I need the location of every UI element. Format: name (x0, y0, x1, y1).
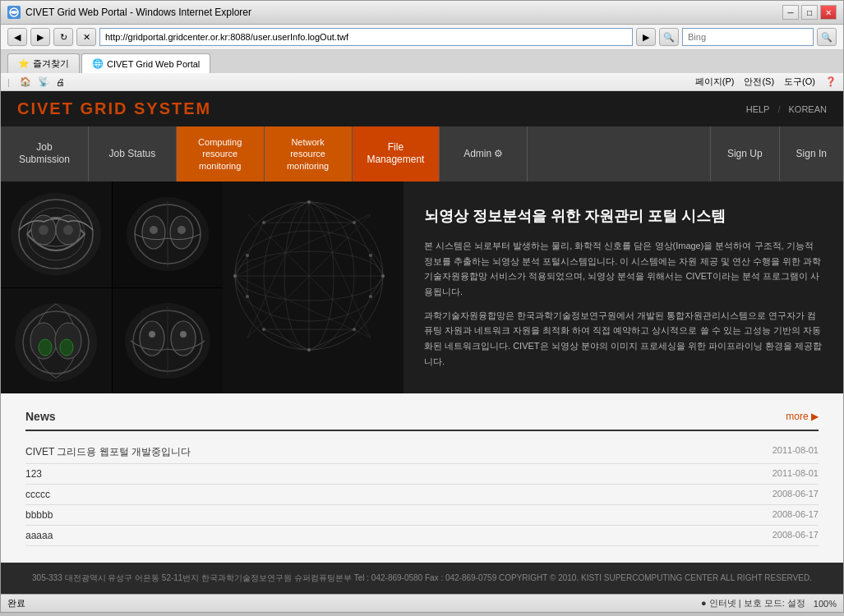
news-item-date: 2008-06-17 (773, 489, 819, 500)
go-button[interactable]: ▶ (636, 28, 656, 46)
window-title: CIVET Grid Web Portal - Windows Internet… (25, 7, 251, 18)
news-item-text: 123 (25, 468, 42, 480)
news-item[interactable]: ccccc2008-06-17 (25, 485, 819, 505)
site-footer: 305-333 대전광역시 유성구 어은동 52-11번지 한국과학기술정보연구… (1, 563, 843, 594)
svg-point-6 (39, 225, 48, 235)
toolbar-icons: 🏠 📡 🖨 (20, 76, 65, 87)
print-icon[interactable]: 🖨 (56, 77, 65, 87)
status-bar: 완료 ● 인터넷 | 보호 모드: 설정 100% (1, 594, 843, 612)
hero-title: 뇌영상 정보분석을 위한 자원관리 포털 시스템 (424, 206, 823, 226)
tools-menu[interactable]: 도구(O) (784, 76, 815, 88)
news-item[interactable]: 1232011-08-01 (25, 464, 819, 485)
tab-label: 즐겨찾기 (33, 57, 69, 70)
news-item-date: 2011-08-01 (773, 445, 819, 459)
back-button[interactable]: ◀ (7, 28, 27, 46)
tab-favorites[interactable]: ⭐ 즐겨찾기 (7, 53, 80, 73)
nav-network-monitoring[interactable]: Network resource monitoring (265, 126, 353, 182)
nav-signin[interactable]: Sign In (779, 126, 843, 182)
news-items-container: CIVET 그리드용 웹포털 개발중입니다2011-08-011232011-0… (25, 441, 819, 546)
svg-line-54 (354, 223, 371, 255)
status-left: 완료 (7, 597, 25, 609)
tab-bar: ⭐ 즐겨찾기 🌐 CIVET Grid Web Portal (1, 50, 843, 73)
logo-rest: GRID SYSTEM (80, 99, 211, 117)
site-wrapper: CIVET GRID SYSTEM HELP / KOREAN Job Subm… (1, 91, 843, 594)
svg-point-12 (150, 226, 158, 234)
toolbar-separator: | (7, 77, 10, 87)
ie-icon: 🌐 (92, 58, 104, 69)
news-section: News more ▶ CIVET 그리드용 웹포털 개발중입니다2011-08… (1, 393, 843, 563)
svg-point-7 (63, 225, 73, 235)
main-content: 뇌영상 정보분석을 위한 자원관리 포털 시스템 본 시스템은 뇌로부터 발생하… (1, 182, 843, 394)
sphere-overlay (223, 190, 395, 362)
zoom-level: 100% (814, 599, 837, 609)
nav-job-status[interactable]: Job Status (89, 126, 177, 182)
news-item-text: aaaaa (25, 530, 53, 541)
title-bar: CIVET Grid Web Portal - Windows Internet… (1, 1, 843, 25)
window-controls[interactable]: ─ □ ✕ (782, 5, 837, 20)
news-title: News (25, 410, 56, 423)
svg-point-18 (39, 339, 52, 356)
status-right: ● 인터넷 | 보호 모드: 설정 100% (701, 597, 837, 609)
nav-computing-resource[interactable]: Computing resource monitoring (177, 126, 265, 182)
nav-file-management[interactable]: File Management (353, 126, 440, 182)
header-links: HELP / KOREAN (746, 104, 827, 114)
close-button[interactable]: ✕ (820, 5, 837, 20)
more-icon: ▶ (811, 411, 819, 422)
star-icon: ⭐ (18, 58, 30, 69)
nav-signup[interactable]: Sign Up (710, 126, 779, 182)
help-link[interactable]: HELP (746, 104, 770, 114)
minimize-button[interactable]: ─ (782, 5, 799, 20)
nav-auth: Sign Up Sign In (710, 126, 843, 182)
refresh-button[interactable]: ↻ (53, 28, 73, 46)
forward-button[interactable]: ▶ (30, 28, 50, 46)
hero-section (1, 182, 404, 394)
separator: / (777, 104, 780, 114)
news-item[interactable]: bbbbb2008-06-17 (25, 505, 819, 526)
svg-point-25 (180, 331, 187, 338)
safety-menu[interactable]: 안전(S) (744, 76, 774, 88)
svg-line-61 (264, 329, 309, 350)
search-input[interactable] (682, 28, 814, 46)
nav-job-submission[interactable]: Job Submission (1, 126, 89, 182)
search-submit-button[interactable]: 🔍 (817, 28, 837, 46)
news-more-link[interactable]: more ▶ (786, 411, 819, 422)
brain-scan-4 (113, 288, 224, 394)
page-menu[interactable]: 페이지(P) (695, 76, 735, 88)
hero-description1: 본 시스템은 뇌로부터 발생하는 물리, 화학적 신호를 담은 영상(Image… (424, 238, 823, 300)
nav-spacer (528, 126, 710, 182)
url-input[interactable] (99, 28, 633, 46)
news-header: News more ▶ (25, 410, 819, 431)
tab-civet[interactable]: 🌐 CIVET Grid Web Portal (81, 53, 210, 73)
nav-admin[interactable]: Admin ⚙ (440, 126, 528, 182)
news-item-date: 2011-08-01 (773, 468, 819, 480)
hero-description2: 과학기술자원융합망은 한국과학기술정보연구원에서 개발된 통합자원관리시스템으로… (424, 308, 823, 370)
tab-label: CIVET Grid Web Portal (107, 59, 200, 69)
news-item-text: ccccc (25, 489, 50, 500)
svg-line-57 (247, 297, 264, 329)
svg-line-53 (247, 223, 264, 255)
stop-button[interactable]: ✕ (76, 28, 96, 46)
rss-icon[interactable]: 📡 (38, 76, 49, 87)
description-section: 뇌영상 정보분석을 위한 자원관리 포털 시스템 본 시스템은 뇌로부터 발생하… (404, 182, 843, 394)
site-logo: CIVET GRID SYSTEM (17, 99, 211, 118)
news-item-date: 2008-06-17 (773, 530, 819, 541)
maximize-button[interactable]: □ (801, 5, 818, 20)
logo-highlight: CIVET (17, 99, 74, 117)
address-bar: ◀ ▶ ↻ ✕ ▶ 🔍 🔍 (1, 25, 843, 50)
korean-link[interactable]: KOREAN (789, 104, 827, 114)
svg-line-58 (354, 297, 371, 329)
news-item[interactable]: CIVET 그리드용 웹포털 개발중입니다2011-08-01 (25, 441, 819, 464)
help-icon[interactable]: ❓ (825, 76, 837, 87)
svg-line-62 (309, 329, 354, 350)
internet-status: ● 인터넷 | 보호 모드: 설정 (701, 597, 805, 609)
news-item-text: bbbbb (25, 509, 53, 521)
brain-scan-2 (113, 182, 224, 287)
site-header: CIVET GRID SYSTEM HELP / KOREAN (1, 91, 843, 126)
browser-icon (7, 6, 21, 19)
svg-point-19 (60, 339, 73, 356)
news-item[interactable]: aaaaa2008-06-17 (25, 526, 819, 546)
home-icon[interactable]: 🏠 (20, 76, 31, 87)
svg-line-60 (309, 202, 354, 223)
brain-scan-3 (1, 288, 112, 394)
news-item-date: 2008-06-17 (773, 509, 819, 521)
